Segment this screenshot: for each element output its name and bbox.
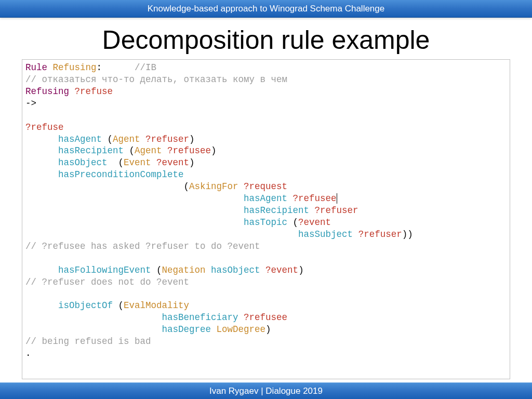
token-prop: hasSubject <box>298 229 358 240</box>
token-prop: hasFollowingEvent <box>58 265 156 275</box>
token-comment: // ?refuser does not do ?event <box>25 277 189 287</box>
code-block: Rule Refusing: //IB // отказаться что-то… <box>22 59 510 379</box>
slide-title: Decomposition rule example <box>0 18 532 59</box>
footer-text: Ivan Rygaev | Dialogue 2019 <box>209 386 323 396</box>
header-title: Knowledge-based approach to Winograd Sch… <box>148 4 384 14</box>
token-rulename: Refusing <box>53 62 97 73</box>
code-pre: Rule Refusing: //IB // отказаться что-то… <box>25 62 507 360</box>
token-var: ?event <box>298 217 331 228</box>
token-keyword: Rule <box>25 62 53 73</box>
token-prop: hasObject <box>58 157 118 168</box>
token-type: Agent <box>135 145 167 156</box>
token-prop: hasAgent <box>244 193 293 204</box>
token-type: LowDegree <box>217 324 266 335</box>
token-punc: : <box>97 62 135 73</box>
token-prop: hasBeneficiary <box>162 312 244 323</box>
token-type: EvalModality <box>124 300 189 311</box>
token-type: Agent <box>113 134 145 144</box>
token-type: Negation <box>162 265 211 275</box>
token-var: ?refuser <box>145 134 189 144</box>
token-var: ?refusee <box>244 312 287 323</box>
header-bar: Knowledge-based approach to Winograd Sch… <box>0 0 532 18</box>
token-var: ?request <box>244 181 287 192</box>
token-comment: // ?refusee has asked ?refuser to do ?ev… <box>25 241 260 251</box>
token-type: AskingFor <box>189 181 244 192</box>
token-prop: hasRecipient <box>58 145 129 156</box>
token-var: ?event <box>265 265 298 275</box>
token-prop: hasTopic <box>244 217 293 228</box>
token-prop: hasDegree <box>162 324 217 335</box>
token-var: ?refuser <box>358 229 402 240</box>
token-var: ?refusee <box>167 145 211 156</box>
footer-bar: Ivan Rygaev | Dialogue 2019 <box>0 382 532 399</box>
token-comment: //IB <box>135 62 156 73</box>
token-punc: . <box>25 348 31 358</box>
token-var: ?refusee <box>293 193 337 204</box>
token-var: ?refuser <box>315 205 358 216</box>
token-keyword: Refusing <box>25 86 75 97</box>
token-var: ?event <box>156 157 189 168</box>
token-prop: hasPreconditionComplete <box>58 169 184 180</box>
token-var: ?refuse <box>25 122 64 132</box>
token-prop: hasObject <box>211 265 265 275</box>
token-punc: -> <box>25 98 36 109</box>
token-comment: // being refused is bad <box>25 336 151 347</box>
token-prop: hasRecipient <box>244 205 315 216</box>
token-comment: // отказаться что-то делать, отказать ко… <box>25 74 287 85</box>
token-prop: isObjectOf <box>58 300 118 311</box>
token-type: Event <box>124 157 156 168</box>
token-prop: hasAgent <box>58 134 108 144</box>
token-var: ?refuse <box>75 86 113 97</box>
